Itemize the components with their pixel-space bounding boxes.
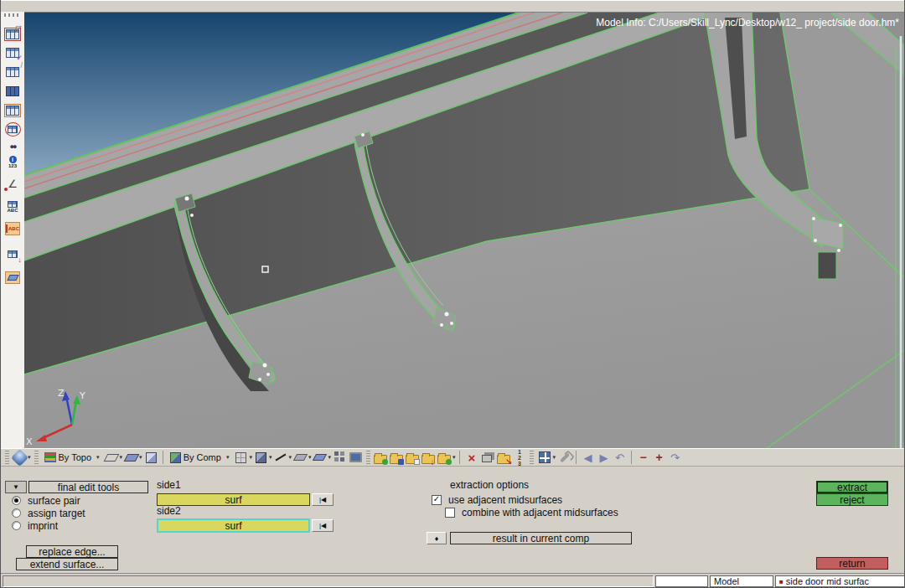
- mesh-shaded-cube-icon[interactable]: [254, 450, 268, 465]
- abc-highlight-icon[interactable]: ABC: [4, 221, 21, 236]
- surface-shaded-icon[interactable]: [124, 450, 138, 465]
- toolbar-drag-handle[interactable]: [366, 451, 370, 464]
- surface-wireframe-icon[interactable]: [105, 450, 119, 465]
- model-info-text: Model Info: C:/Users/Skill_Lync/Desktop/…: [596, 17, 899, 28]
- toolbar-separator: [631, 451, 632, 464]
- side1-reset-button[interactable]: |◀: [312, 493, 334, 506]
- final-edit-tools-button[interactable]: final edit tools: [28, 481, 148, 493]
- layers-stack-icon[interactable]: [480, 450, 494, 465]
- reject-button[interactable]: reject: [816, 493, 888, 506]
- zoom-out-icon[interactable]: −: [636, 450, 650, 465]
- matrix-icon[interactable]: [4, 84, 21, 99]
- delete-icon[interactable]: ×: [464, 450, 478, 465]
- grid-arrow-icon[interactable]: ↓: [4, 246, 21, 261]
- scroll-plane-icon[interactable]: [4, 270, 21, 285]
- solid-cube-icon[interactable]: [144, 450, 158, 465]
- status-file-field[interactable]: ■ side door mid surfac: [775, 575, 905, 587]
- folder-open-icon[interactable]: [374, 450, 388, 465]
- status-blank-field: [655, 575, 708, 587]
- toolbar-separator: [163, 451, 163, 464]
- forward-arrow-icon[interactable]: ▶: [597, 450, 611, 465]
- viewport-scene: Z Y X Model Info: C:/Users/Skill_Lync/De…: [24, 13, 905, 449]
- chevron-down-icon[interactable]: ▾: [28, 454, 31, 461]
- toolbar-drag-handle[interactable]: [34, 451, 39, 464]
- zoom-in-icon[interactable]: +: [652, 450, 666, 465]
- radio-surface-pair[interactable]: surface pair: [12, 495, 80, 506]
- selector-icon[interactable]: [13, 450, 27, 465]
- extract-button[interactable]: extract: [816, 481, 888, 493]
- folder-model-icon[interactable]: [390, 450, 404, 465]
- spinner-icon: ♦: [435, 534, 439, 543]
- monitor-icon[interactable]: [349, 450, 363, 465]
- chevron-down-icon[interactable]: ▾: [249, 454, 252, 461]
- mesh-wireframe-cube-icon[interactable]: [234, 450, 248, 465]
- chevron-down-icon[interactable]: ▾: [308, 454, 312, 461]
- axis-z-label: Z: [58, 388, 65, 399]
- by-comp-combo[interactable]: By Comp ▾: [168, 450, 232, 465]
- elements-scatter-icon[interactable]: [333, 450, 347, 465]
- axis-x-label: X: [26, 436, 33, 447]
- window-top-strip: [1, 0, 905, 12]
- by-comp-label: By Comp: [184, 452, 221, 462]
- radio-icon: [12, 496, 21, 505]
- wrench-icon[interactable]: [557, 450, 571, 465]
- status-model-field[interactable]: Model: [710, 575, 773, 587]
- panel-window-icon[interactable]: ◸: [4, 27, 21, 42]
- result-in-current-comp-button[interactable]: result in current comp: [450, 532, 632, 544]
- chevron-down-icon[interactable]: ▾: [226, 454, 230, 461]
- toolbar-drag-handle[interactable]: [5, 451, 9, 464]
- folder-export-icon[interactable]: ↓: [421, 450, 436, 465]
- rotate-view-icon[interactable]: ↷: [668, 450, 682, 465]
- extend-surface-button[interactable]: extend surface...: [16, 558, 118, 570]
- info-123-icon[interactable]: i 123: [4, 154, 21, 169]
- edge-display-icon[interactable]: [273, 450, 287, 465]
- face-shaded-icon[interactable]: [313, 450, 327, 465]
- viewport-3d[interactable]: Z Y X Model Info: C:/Users/Skill_Lync/De…: [24, 12, 905, 448]
- return-button[interactable]: return: [816, 557, 888, 570]
- folder-import-icon[interactable]: [437, 450, 452, 465]
- checkbox-combine-adjacent[interactable]: combine with adjacent midsurfaces: [445, 507, 618, 518]
- chevron-down-icon[interactable]: ▾: [452, 454, 456, 461]
- folder-page-icon[interactable]: [406, 450, 420, 465]
- side2-surf-selector[interactable]: surf: [157, 518, 310, 533]
- result-toggle-button[interactable]: ♦: [427, 532, 447, 544]
- table-edit-icon[interactable]: /: [4, 64, 21, 80]
- view-toolbar: ▾ By Topo ▾ ▾ ▾ By Comp ▾ ▾ ▾ ▾ ▾ ▾: [1, 448, 905, 467]
- status-message-field: [3, 575, 654, 587]
- status-bar: Model ■ side door mid surfac: [1, 573, 905, 588]
- panel-collapse-button[interactable]: ▼: [5, 481, 27, 493]
- grid-abc-icon[interactable]: ABC: [4, 199, 21, 214]
- door-model: [24, 13, 905, 449]
- chevron-down-icon[interactable]: ▾: [328, 454, 331, 461]
- chevron-down-icon[interactable]: ▾: [552, 454, 556, 461]
- toolbar-drag-handle[interactable]: [530, 451, 534, 464]
- side1-surf-selector[interactable]: surf: [157, 493, 310, 506]
- table-check-icon[interactable]: ✓: [4, 45, 21, 60]
- checkbox-unchecked-icon: [445, 508, 455, 518]
- by-topo-combo[interactable]: By Topo ▾: [43, 450, 102, 465]
- angle-measure-icon[interactable]: ∠: [4, 176, 21, 191]
- chevron-down-icon[interactable]: ▾: [96, 454, 100, 461]
- checkbox-use-adjacent[interactable]: ✓ use adjacent midsurfaces: [432, 494, 562, 505]
- radio-icon: [12, 521, 21, 530]
- chevron-down-icon[interactable]: ▾: [269, 454, 272, 461]
- undo-view-icon[interactable]: ↶: [613, 450, 627, 465]
- reset-icon: |◀: [319, 522, 326, 529]
- chevron-down-icon[interactable]: ▾: [288, 454, 292, 461]
- radio-assign-target[interactable]: assign target: [12, 508, 85, 518]
- renumber-icon[interactable]: 123: [512, 450, 526, 465]
- folder-organize-icon[interactable]: ↘: [496, 450, 510, 465]
- toolbar-drag-handle[interactable]: [4, 13, 21, 17]
- side2-reset-button[interactable]: |◀: [312, 519, 334, 532]
- chevron-down-icon[interactable]: ▾: [120, 454, 123, 461]
- checkbox-checked-icon: ✓: [432, 495, 442, 505]
- face-flat-icon[interactable]: [293, 450, 308, 465]
- radio-imprint[interactable]: imprint: [12, 520, 58, 531]
- matrix-circle-icon[interactable]: [4, 121, 21, 137]
- back-arrow-icon[interactable]: ◀: [581, 450, 595, 465]
- window-layout-icon[interactable]: [537, 450, 551, 465]
- matrix-frame-icon[interactable]: [4, 103, 21, 118]
- chevron-down-icon[interactable]: ▾: [139, 454, 142, 461]
- binoculars-icon[interactable]: ●●: [4, 139, 21, 154]
- replace-edge-button[interactable]: replace edge...: [26, 545, 118, 558]
